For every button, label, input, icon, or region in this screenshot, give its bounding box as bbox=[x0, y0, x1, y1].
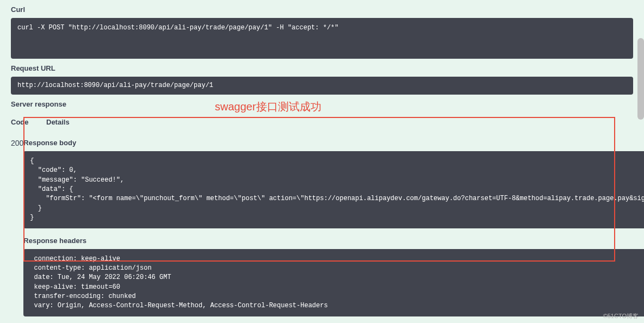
request-url-block[interactable]: http://localhost:8090/api/ali-pay/trade/… bbox=[11, 77, 633, 95]
annotation-text: swagger接口测试成功 bbox=[215, 100, 321, 114]
curl-label: Curl bbox=[11, 0, 633, 18]
response-headers-label: Response headers bbox=[23, 237, 644, 245]
watermark: ©51CTO博客 bbox=[603, 312, 639, 320]
server-response-label: Server response bbox=[11, 95, 633, 113]
response-body-block[interactable]: { "code": 0, "message": "Succeed!", "dat… bbox=[23, 151, 644, 228]
response-headers-block[interactable]: connection: keep-alive content-type: app… bbox=[23, 249, 644, 316]
responses-label: Responses bbox=[11, 316, 633, 323]
details-header: Details bbox=[46, 118, 633, 126]
curl-command-block[interactable]: curl -X POST "http://localhost:8090/api/… bbox=[11, 18, 633, 59]
request-url-label: Request URL bbox=[11, 59, 633, 77]
response-header-row: Code Details bbox=[11, 113, 633, 131]
response-body-text: { "code": 0, "message": "Succeed!", "dat… bbox=[30, 157, 644, 221]
status-code: 200 bbox=[11, 131, 23, 316]
swagger-response-panel: Curl curl -X POST "http://localhost:8090… bbox=[0, 0, 644, 323]
response-row: 200 Response body { "code": 0, "message"… bbox=[11, 131, 633, 316]
vertical-scrollbar[interactable] bbox=[637, 38, 644, 120]
response-body-label: Response body bbox=[23, 139, 644, 147]
code-header: Code bbox=[11, 118, 46, 126]
response-headers-section: Response headers connection: keep-alive … bbox=[23, 237, 644, 316]
response-details: Response body { "code": 0, "message": "S… bbox=[23, 131, 644, 316]
